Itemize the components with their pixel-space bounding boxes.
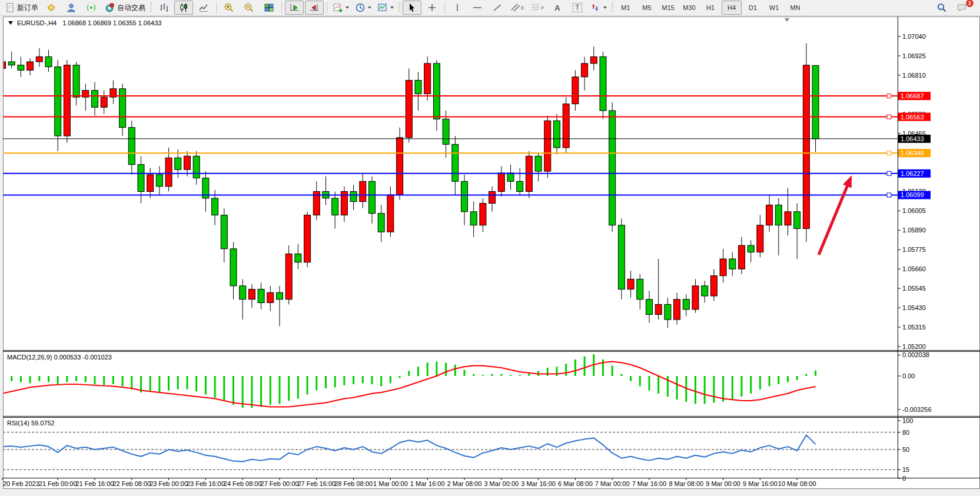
chart-symbol-period: EURUSD-,H4: [17, 19, 57, 26]
svg-text:1 Mar 16:00: 1 Mar 16:00: [410, 480, 445, 487]
svg-text:0: 0: [902, 475, 906, 482]
svg-text:28 Feb 08:00: 28 Feb 08:00: [334, 480, 373, 487]
mt4-terminal-window: 新订单 自动交易: [0, 0, 980, 496]
svg-text:100: 100: [902, 417, 913, 424]
rsi-indicator-label: RSI(14) 59.0752: [7, 420, 55, 427]
svg-text:24 Feb 08:00: 24 Feb 08:00: [224, 480, 262, 487]
chart-title: EURUSD-,H4 1.06868 1.06869 1.06355 1.064…: [8, 19, 161, 26]
svg-text:1.06348: 1.06348: [901, 149, 924, 157]
svg-text:1.05775: 1.05775: [902, 246, 926, 253]
svg-text:2 Mar 08:00: 2 Mar 08:00: [447, 480, 482, 487]
svg-text:20 Feb 2023: 20 Feb 2023: [3, 480, 39, 487]
svg-text:1.06925: 1.06925: [902, 52, 926, 59]
svg-text:1.06687: 1.06687: [901, 92, 924, 99]
level-drag-handle[interactable]: [887, 115, 891, 119]
svg-text:22 Feb 08:00: 22 Feb 08:00: [112, 480, 151, 487]
svg-text:27 Feb 16:00: 27 Feb 16:00: [297, 480, 335, 487]
chart-container: 1.070401.069251.068101.065801.064651.061…: [0, 0, 980, 496]
svg-text:8 Mar 08:00: 8 Mar 08:00: [669, 480, 703, 487]
svg-text:23 Feb 16:00: 23 Feb 16:00: [187, 480, 225, 487]
svg-text:10 Mar 08:00: 10 Mar 08:00: [778, 480, 816, 487]
svg-text:1.06810: 1.06810: [902, 72, 926, 79]
svg-text:1.05545: 1.05545: [902, 285, 926, 292]
svg-text:50: 50: [902, 446, 909, 453]
svg-text:15: 15: [902, 466, 909, 473]
chevron-down-icon: [8, 21, 13, 25]
chart-area[interactable]: 1.070401.069251.068101.065801.064651.061…: [0, 0, 980, 496]
svg-text:1.05200: 1.05200: [902, 343, 926, 350]
svg-text:1 Mar 00:00: 1 Mar 00:00: [373, 480, 408, 487]
svg-text:80: 80: [902, 429, 909, 436]
svg-text:1.07040: 1.07040: [902, 33, 926, 40]
svg-text:1.05660: 1.05660: [902, 265, 926, 272]
level-drag-handle[interactable]: [887, 151, 891, 155]
macd-indicator-label: MACD(12,26,9) 0.000533 -0.001023: [7, 354, 112, 361]
level-drag-handle[interactable]: [887, 171, 891, 175]
svg-text:1.05430: 1.05430: [902, 304, 926, 311]
svg-text:1.06433: 1.06433: [901, 135, 924, 142]
svg-text:9 Mar 16:00: 9 Mar 16:00: [743, 480, 778, 487]
svg-text:7 Mar 00:00: 7 Mar 00:00: [595, 480, 630, 487]
level-drag-handle[interactable]: [887, 94, 891, 98]
svg-text:23 Feb 00:00: 23 Feb 00:00: [150, 480, 188, 487]
svg-text:1.06099: 1.06099: [901, 191, 924, 198]
svg-text:1.06563: 1.06563: [901, 114, 924, 121]
svg-text:27 Feb 00:00: 27 Feb 00:00: [261, 480, 299, 487]
svg-text:1.05315: 1.05315: [902, 324, 926, 331]
svg-text:21 Feb 00:00: 21 Feb 00:00: [39, 480, 77, 487]
level-drag-handle[interactable]: [887, 193, 891, 197]
svg-text:3 Mar 16:00: 3 Mar 16:00: [521, 480, 556, 487]
svg-text:1.06227: 1.06227: [901, 170, 924, 177]
svg-text:7 Mar 16:00: 7 Mar 16:00: [632, 480, 667, 487]
svg-text:3 Mar 00:00: 3 Mar 00:00: [484, 480, 519, 487]
svg-text:0.00: 0.00: [902, 372, 915, 380]
chart-ohlc-values: 1.06868 1.06869 1.06355 1.06433: [62, 19, 161, 26]
svg-text:1.06005: 1.06005: [902, 207, 926, 214]
svg-text:1.05890: 1.05890: [902, 227, 926, 234]
svg-text:-0.003256: -0.003256: [902, 406, 932, 413]
svg-text:6 Mar 08:00: 6 Mar 08:00: [558, 480, 593, 487]
svg-text:0.002038: 0.002038: [902, 351, 929, 358]
svg-text:21 Feb 16:00: 21 Feb 16:00: [76, 480, 114, 487]
svg-text:9 Mar 00:00: 9 Mar 00:00: [706, 480, 740, 487]
